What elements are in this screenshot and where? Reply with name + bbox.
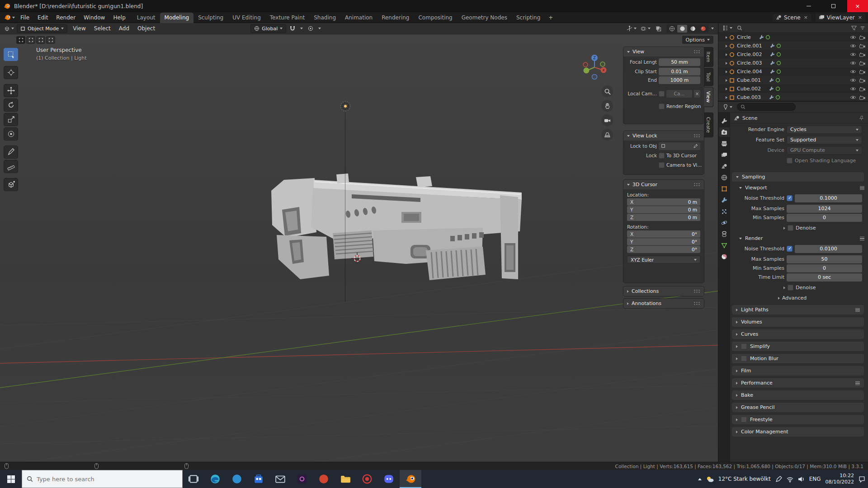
light-object[interactable] — [338, 99, 353, 113]
cursor-rotation-x-field[interactable]: X0° — [627, 230, 700, 238]
render-max-samples-field[interactable]: 50 — [787, 255, 862, 263]
properties-tab-material[interactable] — [719, 252, 730, 261]
render-visibility-toggle[interactable] — [859, 61, 866, 66]
properties-editor-type-button[interactable] — [722, 103, 734, 111]
menu-icon[interactable] — [855, 308, 860, 312]
object-name[interactable]: Cube.001 — [737, 77, 761, 83]
scene-selector[interactable]: Scene × — [773, 14, 811, 22]
menu-icon[interactable] — [860, 186, 864, 190]
select-mode-intersect-button[interactable] — [46, 36, 55, 44]
show-gizmo-toggle[interactable] — [625, 24, 638, 33]
network-icon[interactable] — [787, 476, 793, 483]
expand-icon[interactable] — [783, 227, 785, 230]
render-region-checkbox[interactable] — [659, 103, 665, 109]
render-denoise-checkbox[interactable] — [788, 285, 793, 291]
minimize-button[interactable] — [798, 0, 819, 12]
visibility-toggle[interactable] — [849, 35, 857, 39]
viewport-menu-add[interactable]: Add — [115, 24, 133, 33]
outliner-row-cube-001[interactable]: Cube.001 — [718, 76, 868, 84]
render-time-limit-field[interactable]: 0 sec — [787, 273, 862, 282]
outliner-editor-type-button[interactable] — [722, 23, 734, 32]
render-min-samples-field[interactable]: 0 — [787, 264, 862, 272]
visibility-toggle[interactable] — [849, 44, 857, 48]
osl-checkbox[interactable] — [787, 158, 793, 164]
object-name[interactable]: Circle — [737, 34, 751, 40]
3d-cursor-panel-header[interactable]: 3D Cursor — [623, 180, 704, 189]
select-mode-extend-button[interactable] — [26, 36, 35, 44]
xray-toggle[interactable] — [653, 24, 663, 33]
sampling-section-header[interactable]: Sampling — [732, 172, 864, 182]
workspace-tab-modeling[interactable]: Modeling — [160, 13, 194, 23]
viewport-max-samples-field[interactable]: 1024 — [787, 205, 862, 213]
focal-length-field[interactable]: 50 mm — [659, 58, 700, 66]
tool-add-cube[interactable] — [4, 178, 18, 191]
close-button[interactable]: × — [847, 0, 868, 12]
tool-cursor[interactable] — [4, 66, 18, 79]
cursor-rotation-y-field[interactable]: Y0° — [627, 238, 700, 245]
properties-tab-modifiers[interactable] — [719, 195, 730, 205]
lock-3d-cursor-checkbox[interactable] — [659, 153, 665, 159]
expand-icon[interactable] — [726, 53, 727, 56]
blender-app-menu[interactable] — [3, 13, 16, 22]
sidebar-tab-create[interactable]: Create — [704, 113, 713, 137]
viewlayer-selector[interactable]: ViewLayer × — [816, 14, 865, 22]
drag-handle[interactable] — [693, 183, 700, 187]
section-bake[interactable]: Bake — [732, 390, 864, 400]
menu-icon[interactable] — [855, 381, 860, 385]
properties-tab-physics[interactable] — [719, 218, 730, 227]
tool-transform[interactable] — [4, 127, 18, 141]
viewport-min-samples-field[interactable]: 0 — [787, 214, 862, 222]
properties-search[interactable] — [737, 103, 796, 111]
viewport-menu-view[interactable]: View — [69, 24, 90, 33]
object-name[interactable]: Circle.001 — [737, 43, 762, 49]
expand-icon[interactable] — [778, 297, 780, 300]
taskbar-app-discord[interactable] — [378, 470, 400, 488]
sampling-viewport-subheader[interactable]: Viewport — [730, 183, 868, 192]
outliner-row-circle-001[interactable]: Circle.001 — [718, 42, 868, 50]
camera-to-view-checkbox[interactable] — [659, 162, 665, 168]
properties-tab-object[interactable] — [719, 184, 730, 193]
workspace-tab-sculpting[interactable]: Sculpting — [193, 13, 228, 23]
outliner-row-circle-002[interactable]: Circle.002 — [718, 50, 868, 59]
expand-icon[interactable] — [726, 36, 727, 39]
motion-blur-checkbox[interactable] — [741, 356, 747, 361]
outliner-row-circle[interactable]: Circle — [718, 33, 868, 42]
workspace-tab-geometry-nodes[interactable]: Geometry Nodes — [457, 13, 512, 23]
feature-set-dropdown[interactable]: Supported — [787, 136, 862, 144]
local-camera-field[interactable]: Ca... — [666, 90, 692, 98]
properties-tab-output[interactable] — [719, 139, 730, 148]
object-name[interactable]: Cube.002 — [737, 86, 761, 92]
freestyle-checkbox[interactable] — [741, 417, 747, 422]
cursor-location-y-field[interactable]: Y0 m — [627, 206, 700, 213]
menu-render[interactable]: Render — [52, 13, 80, 22]
shading-wireframe-button[interactable] — [667, 25, 677, 33]
workspace-tab-texture-paint[interactable]: Texture Paint — [265, 13, 309, 23]
render-visibility-toggle[interactable] — [859, 78, 866, 83]
mode-dropdown[interactable]: Object Mode — [17, 24, 67, 33]
drag-handle[interactable] — [693, 301, 700, 305]
navigation-gizmo[interactable]: Z X — [581, 54, 608, 81]
rotation-mode-dropdown[interactable]: XYZ Euler — [627, 256, 700, 263]
viewport-nav-perspective-button[interactable] — [601, 129, 613, 141]
properties-tab-tool[interactable] — [719, 116, 730, 126]
render-engine-dropdown[interactable]: Cycles — [787, 126, 862, 134]
device-dropdown[interactable]: GPU Compute — [787, 146, 862, 155]
section-color-management[interactable]: Color Management — [732, 427, 864, 436]
clip-start-field[interactable]: 0.01 m — [659, 68, 700, 75]
tray-expand-icon[interactable] — [698, 478, 702, 480]
language-indicator[interactable]: ENG — [809, 476, 821, 482]
properties-tab-render[interactable] — [719, 127, 730, 137]
taskbar-app-task-view[interactable] — [183, 470, 204, 488]
visibility-toggle[interactable] — [849, 87, 857, 91]
annotations-panel-header[interactable]: Annotations — [623, 299, 704, 308]
drag-handle[interactable] — [693, 50, 700, 54]
transform-orientation-dropdown[interactable]: Global — [250, 24, 286, 33]
sampling-render-subheader[interactable]: Render — [730, 234, 868, 243]
search-icon[interactable] — [737, 25, 742, 31]
taskbar-app-app-red[interactable] — [313, 470, 335, 488]
shading-rendered-button[interactable] — [698, 25, 708, 33]
outliner-row-cube-003[interactable]: Cube.003 — [718, 93, 868, 102]
clock[interactable]: 10:22 08/10/2022 — [826, 473, 854, 485]
workspace-tab-compositing[interactable]: Compositing — [414, 13, 457, 23]
taskbar-app-app-blue[interactable] — [226, 470, 248, 488]
